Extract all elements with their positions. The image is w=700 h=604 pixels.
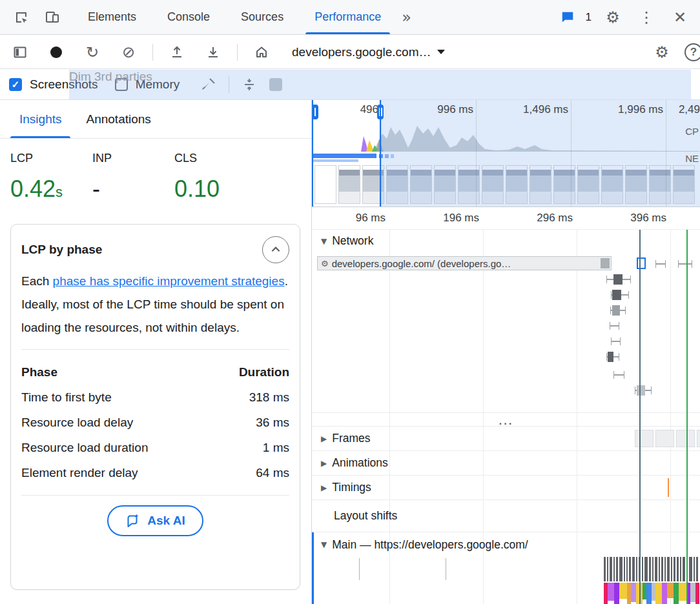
main-task-bar[interactable] xyxy=(642,557,643,581)
collapse-card-button[interactable] xyxy=(262,236,289,263)
flame-chart-segment[interactable] xyxy=(655,583,662,604)
main-task-bar[interactable] xyxy=(661,557,663,581)
ask-ai-button[interactable]: Ask AI xyxy=(107,505,203,536)
tab-console[interactable]: Console xyxy=(152,0,225,34)
tab-elements[interactable]: Elements xyxy=(72,0,152,34)
main-task-bar[interactable] xyxy=(659,557,660,581)
flame-chart-segment[interactable] xyxy=(662,583,667,604)
tab-sources[interactable]: Sources xyxy=(225,0,299,34)
main-task-bar[interactable] xyxy=(652,557,654,581)
help-icon[interactable]: ? xyxy=(685,43,700,61)
target-page-select[interactable]: developers.google.com… xyxy=(285,41,451,63)
network-request-bar[interactable] xyxy=(678,260,692,268)
save-profile-icon[interactable] xyxy=(201,40,225,65)
settings-gear-icon[interactable]: ⚙ xyxy=(601,5,625,30)
flame-chart-segment[interactable] xyxy=(608,583,614,601)
network-request-bar[interactable] xyxy=(655,260,666,268)
main-task-bar[interactable] xyxy=(626,557,628,581)
main-task-bar[interactable] xyxy=(619,557,623,581)
clear-recording-icon[interactable]: ⊘ xyxy=(116,40,141,65)
frame-thumbnail[interactable] xyxy=(676,430,695,447)
flame-chart-segment[interactable] xyxy=(667,583,674,598)
flame-chart-segment[interactable] xyxy=(619,583,627,599)
main-task-bar[interactable] xyxy=(616,557,618,581)
timeline-overview[interactable]: CP NE 496996 ms1,496 ms1,996 ms2,49 xyxy=(312,100,700,207)
track-animations[interactable]: ▶ Animations xyxy=(312,451,700,476)
main-task-bar[interactable] xyxy=(689,557,692,581)
track-network-header[interactable]: ▼ Network xyxy=(312,230,700,252)
main-task-bar[interactable] xyxy=(671,557,672,581)
reload-and-record-icon[interactable]: ↻ xyxy=(80,40,105,65)
improvement-strategies-link[interactable]: phase has specific improvement strategie… xyxy=(53,274,285,288)
device-toolbar-icon[interactable] xyxy=(40,5,65,30)
more-tabs-icon[interactable]: » xyxy=(396,0,417,34)
filmstrip-thumbnail[interactable] xyxy=(338,165,360,204)
metric-cls[interactable]: CLS 0.10 xyxy=(174,152,256,203)
flame-chart-segment[interactable] xyxy=(690,583,695,602)
tab-performance[interactable]: Performance xyxy=(299,0,396,34)
main-task-bar[interactable] xyxy=(624,557,625,581)
main-task-bar[interactable] xyxy=(632,557,635,581)
flame-chart-segment[interactable] xyxy=(674,583,679,604)
main-task-bar[interactable] xyxy=(680,557,681,581)
frame-thumbnail[interactable] xyxy=(697,430,700,447)
network-request-bar[interactable] xyxy=(608,352,613,362)
track-layout-shifts[interactable]: Layout shifts xyxy=(312,500,700,532)
capture-settings-gear-icon[interactable]: ⚙ xyxy=(650,40,674,65)
network-request-bar[interactable] xyxy=(612,305,620,316)
toggle-sidebar-icon[interactable] xyxy=(8,40,32,65)
load-profile-icon[interactable] xyxy=(165,40,189,65)
main-task-bar[interactable] xyxy=(649,557,651,581)
metric-inp[interactable]: INP - xyxy=(92,152,174,203)
kebab-menu-icon[interactable]: ⋮ xyxy=(634,5,659,30)
network-request-bar[interactable] xyxy=(613,371,624,379)
flame-chart-segment[interactable] xyxy=(646,583,652,604)
tab-annotations[interactable]: Annotations xyxy=(77,100,160,138)
network-request-bar[interactable]: ⚙ developers.google.com/ (developers.go… xyxy=(317,256,612,270)
close-icon[interactable]: ✕ xyxy=(668,5,692,30)
main-task-bar[interactable] xyxy=(604,557,606,581)
main-task-bar[interactable] xyxy=(655,557,657,581)
main-task-bar[interactable] xyxy=(674,557,675,581)
network-request-bar[interactable] xyxy=(612,290,621,300)
main-task-bar[interactable] xyxy=(607,557,608,581)
track-frames[interactable]: ▶ Frames xyxy=(312,427,700,451)
frame-thumbnail[interactable] xyxy=(635,430,654,447)
main-task-bar[interactable] xyxy=(644,557,648,581)
track-timings[interactable]: ▶ Timings xyxy=(312,476,700,500)
screenshots-checkbox[interactable] xyxy=(9,78,22,91)
track-main-header[interactable]: ▼ Main — https://developers.google.com/ xyxy=(312,532,700,557)
main-task-bar[interactable] xyxy=(667,557,670,581)
network-request-bar[interactable] xyxy=(610,322,619,330)
filmstrip-thumbnail[interactable] xyxy=(314,165,336,204)
network-request-bar[interactable] xyxy=(611,337,621,345)
disclosure-triangle-icon: ▼ xyxy=(321,237,327,246)
main-task-bar[interactable] xyxy=(664,557,666,581)
live-metrics-home-icon[interactable] xyxy=(249,40,274,65)
main-task-bar[interactable] xyxy=(677,557,679,581)
flame-chart-segment[interactable] xyxy=(679,583,686,601)
flame-chart-segment[interactable] xyxy=(631,583,636,602)
main-task-bar[interactable] xyxy=(629,557,631,581)
inspect-element-icon[interactable] xyxy=(9,5,34,30)
main-task-bar[interactable] xyxy=(696,557,698,581)
main-task-bar[interactable] xyxy=(694,557,695,581)
flame-chart-segment[interactable] xyxy=(614,583,619,604)
main-task-bar[interactable] xyxy=(610,557,612,581)
frame-thumbnail[interactable] xyxy=(655,430,674,447)
track-resize-handle[interactable]: … xyxy=(312,412,700,427)
metric-lcp[interactable]: LCP 0.42s xyxy=(10,152,92,203)
record-button[interactable] xyxy=(44,40,68,65)
main-task-bar[interactable] xyxy=(636,557,637,581)
main-task-bar[interactable] xyxy=(613,557,615,581)
network-request-bar[interactable] xyxy=(637,385,645,396)
tab-insights[interactable]: Insights xyxy=(10,100,70,138)
left-handle-grip[interactable] xyxy=(312,105,318,119)
right-handle-grip[interactable] xyxy=(377,105,384,119)
network-request-bar[interactable] xyxy=(637,257,646,269)
network-request-bar[interactable] xyxy=(613,274,623,285)
main-task-bar[interactable] xyxy=(683,557,685,581)
timing-marker[interactable] xyxy=(668,478,669,497)
console-messages-icon[interactable] xyxy=(559,5,577,30)
flame-chart-segment[interactable] xyxy=(695,583,699,604)
